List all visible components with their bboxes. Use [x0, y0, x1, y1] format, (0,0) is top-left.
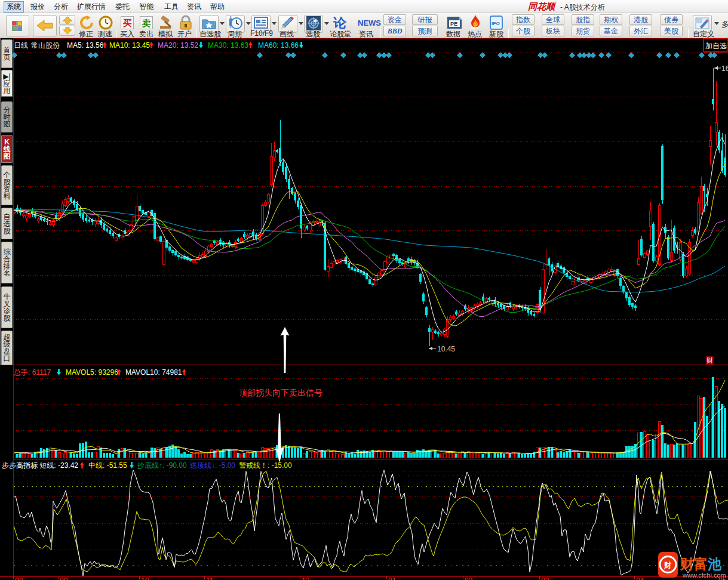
svg-text:08: 08 [15, 576, 23, 580]
svg-text:10.45: 10.45 [437, 345, 455, 353]
svg-text:11: 11 [206, 576, 214, 580]
svg-text:池: 池 [707, 556, 722, 572]
svg-text:财: 财 [707, 357, 713, 364]
svg-text:10: 10 [141, 576, 149, 580]
svg-text:MAVOL10: 74981: MAVOL10: 74981 [125, 368, 182, 377]
svg-text:IPO: IPO [492, 21, 500, 26]
svg-text:警戒线！: -15.00: 警戒线！: -15.00 [239, 461, 292, 470]
svg-text:加自选: 加自选 [705, 42, 727, 50]
svg-text:顶部拐头向下卖出信号: 顶部拐头向下卖出信号 [239, 388, 322, 397]
svg-text:MA10: 13.45: MA10: 13.45 [109, 41, 150, 50]
svg-text:PE: PE [450, 21, 457, 27]
svg-text:04: 04 [636, 576, 644, 580]
svg-text:MA20: 13.52: MA20: 13.52 [158, 41, 198, 50]
svg-text:09: 09 [60, 576, 68, 580]
svg-text:日线: 日线 [14, 41, 28, 50]
svg-text:逃顶线↓: -5.00: 逃顶线↓: -5.00 [190, 461, 235, 470]
svg-text:抄底线↑: -90.00: 抄底线↑: -90.00 [137, 461, 187, 470]
svg-text:MA5: 13.56: MA5: 13.56 [67, 41, 104, 50]
svg-text:12: 12 [302, 576, 310, 580]
svg-text:MAVOL5: 93296: MAVOL5: 93296 [66, 368, 118, 377]
svg-text:步步高指标 短线: -23.42: 步步高指标 短线: -23.42 [2, 461, 78, 470]
svg-text:02: 02 [465, 576, 473, 580]
svg-text:MA60: 13.66: MA60: 13.66 [258, 41, 299, 50]
svg-text:常山股份: 常山股份 [31, 41, 60, 50]
svg-text:www.cfchi.com: www.cfchi.com [682, 572, 726, 579]
svg-text:财富: 财富 [680, 556, 708, 572]
svg-text:总手: 61117: 总手: 61117 [13, 368, 51, 377]
svg-text:中线: -51.55: 中线: -51.55 [88, 461, 127, 470]
svg-text:16.: 16. [721, 64, 728, 73]
svg-text:01: 01 [388, 576, 397, 580]
svg-text:03: 03 [541, 576, 549, 580]
svg-text:MA30: 13.63: MA30: 13.63 [208, 41, 248, 50]
svg-text:财: 财 [664, 561, 671, 569]
